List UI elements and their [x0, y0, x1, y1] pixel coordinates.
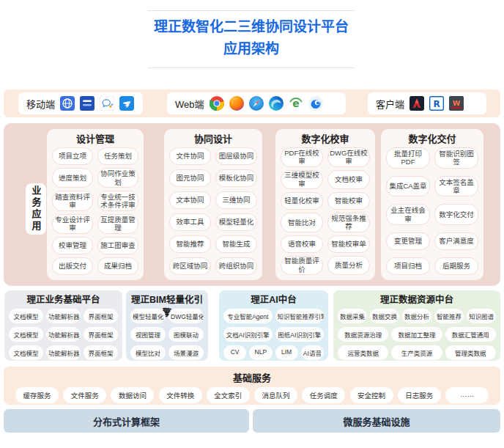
platform-pill: DWG轻量化 [168, 309, 204, 323]
business-item-pill: 跨组织协同 [215, 257, 257, 275]
platform-pill: NLP [249, 345, 272, 360]
column-title: 协同设计 [169, 133, 257, 146]
business-item-pill: 出版交付 [52, 257, 93, 275]
platform-row: 模型比对场景漫游 [130, 345, 204, 360]
ie-icon: e [289, 96, 303, 111]
platform-title: 理正业务基础平台 [9, 293, 118, 306]
platform-row: 文档AI识别引擎图纸AI识别引擎 [223, 327, 324, 342]
platform-pill: 模型比对 [130, 345, 166, 360]
chrome-icon [210, 96, 224, 111]
cad-client-icon [410, 96, 424, 111]
bim-lightweight-engine: 理正BIM轻量化引擎 模型轻量化DWG轻量化视图管理图模联动模型比对场景漫游 [126, 290, 208, 361]
page-title: 理正数智化二三维协同设计平台 应用架构 [148, 10, 355, 68]
distributed-computing-framework: 分布式计算框架 [4, 409, 249, 433]
basic-service-pill: 任务调度 [302, 387, 345, 403]
platform-pill: 数据分析 [402, 309, 431, 323]
platform-row: 视图管理图模联动 [130, 327, 204, 342]
terminal-box-mobile: 移动端 [18, 92, 143, 114]
business-item-pill: 轻量化校审 [281, 192, 323, 210]
business-item-pill: 智能推荐 [169, 235, 211, 253]
column-items: 项目立项任务策划进度策划协同作业策划踏查资料评审专业统一技术条件评审专业设计评审… [52, 147, 138, 275]
column-title: 数字化校审 [281, 133, 370, 146]
basic-service-pill: 安全控制 [350, 387, 393, 403]
business-item-pill: 智能质量评价 [281, 256, 323, 276]
business-item-pill: 批量打印PDF [386, 147, 430, 169]
basic-service-pill: 消息队列 [254, 387, 297, 403]
business-item-pill: 专业设计评审 [52, 214, 93, 234]
business-item-pill: 规范强条推荐 [327, 213, 370, 232]
platform-pill: 专业智能Agent [223, 309, 273, 323]
business-item-pill: 专业统一技术条件评审 [97, 191, 138, 210]
column-items: PDF在线校审DWG在线校审三维模型校审文档校审轻量化校审智能校审智能比对规范强… [281, 147, 370, 275]
platform-pill: 知识智能推荐引擎 [275, 309, 325, 323]
platform-row: 文档模型功能解析器界面框架 [9, 345, 118, 360]
column-title: 设计管理 [52, 133, 138, 146]
business-item-pill: 智能比对 [281, 213, 323, 232]
mobile-app-icon [80, 96, 94, 111]
svg-text:W: W [453, 99, 461, 107]
business-application-section: 业务应用 设计管理 项目立项任务策划进度策划协同作业策划踏查资料评审专业统一技术… [4, 123, 500, 286]
column-items: 批量打印PDF智能识别图签集成CA盖章文本签名盖章业主在线会审数字化交付变更管理… [386, 147, 478, 275]
business-item-pill: 文档校审 [327, 170, 370, 190]
business-item-pill: 语音校审 [281, 235, 323, 253]
business-item-pill: 智能生成 [215, 235, 257, 253]
w-client-icon: W [449, 96, 464, 111]
firefox-icon [229, 96, 244, 111]
platform-pill: 场景漫游 [168, 345, 204, 360]
business-item-pill: 任务策划 [97, 147, 138, 165]
basic-service-pill: 数据访问 [111, 387, 154, 403]
platform-pill: 视图管理 [130, 327, 166, 342]
ai-middle-platform: 理正AI中台 专业智能Agent知识智能推荐引擎文档AI识别引擎图纸AI识别引擎… [219, 290, 328, 361]
terminal-box-client: 客户端 RW [368, 92, 486, 114]
platform-row: 专业智能Agent知识智能推荐引擎 [223, 309, 324, 323]
basic-service-pill: 文件服务 [63, 387, 106, 403]
business-item-pill: 跨区域协同 [169, 257, 211, 275]
business-item-pill: 变更管理 [386, 232, 430, 250]
digital-delivery-column: 数字化交付 批量打印PDF智能识别图签集成CA盖章文本签名盖章业主在线会审数字化… [381, 129, 483, 280]
basic-services-items: 缓存服务文件服务数据访问文件转换全文索引消息队列任务调度安全控制日志服务…… [4, 384, 500, 403]
business-application-side-label: 业务应用 [26, 183, 46, 235]
business-item-pill: 三维模型校审 [281, 170, 323, 190]
basic-services-section: 基础服务 缓存服务文件服务数据访问文件转换全文索引消息队列任务调度安全控制日志服… [4, 367, 500, 405]
business-item-pill: PDF在线校审 [281, 147, 323, 167]
platform-row: 模型轻量化DWG轻量化 [130, 309, 204, 323]
platform-pill: 文档AI识别引擎 [223, 327, 273, 342]
business-item-pill: 文件协同 [169, 147, 211, 165]
revit-client-icon: R [429, 96, 444, 111]
wechat-icon [100, 96, 114, 111]
mobile-terminal-label: 移动端 [26, 97, 55, 111]
column-title: 数字化交付 [386, 133, 478, 146]
column-items: 文件协同图层级协同图元协同模板化协同文本协同三维协同效率工具模型轻量化智能推荐智… [169, 147, 257, 275]
platform-pill: 图纸AI识别引擎 [275, 327, 325, 342]
platform-title: 理正数据资源中台 [338, 293, 496, 306]
business-item-pill: 业主在线会审 [386, 204, 430, 225]
basic-service-pill: 缓存服务 [15, 387, 59, 403]
basic-service-pill: 全文索引 [207, 387, 250, 403]
edge-icon [269, 96, 284, 111]
platform-pill: 界面框架 [84, 309, 118, 323]
business-item-pill: 三维协同 [215, 191, 257, 209]
terminal-box-web: Web端 e [167, 92, 346, 114]
globe-app-icon [60, 96, 75, 111]
business-item-pill: 校审管理 [52, 237, 93, 254]
mobile-terminal-icons [60, 96, 134, 111]
basic-service-pill: 文件转换 [159, 387, 202, 403]
platform-row: CVNLPLIMAI语音 [223, 345, 324, 360]
platform-pill: 生产类资源 [391, 345, 442, 360]
platform-pill: 功能解析器 [46, 309, 81, 323]
platform-pill: LIM [275, 345, 298, 360]
platform-pill: 图模联动 [168, 327, 204, 342]
dingtalk-icon [119, 96, 134, 111]
client-terminal-label: 客户端 [376, 97, 404, 111]
business-item-pill: 模型轻量化 [215, 213, 257, 231]
platform-row: 运营类数据生产类资源管理类数据 [338, 345, 496, 360]
platform-row: 数据采集数据交换数据分析智能推荐知识图谱 [338, 309, 496, 323]
platform-pill: 数据采集 [338, 309, 367, 323]
platform-row: 文档模型功能解析器界面框架 [9, 309, 118, 323]
platform-rows: 专业智能Agent知识智能推荐引擎文档AI识别引擎图纸AI识别引擎CVNLPLI… [223, 309, 324, 360]
business-item-pill: 进度策划 [52, 168, 93, 188]
platform-title: 理正AI中台 [223, 293, 324, 306]
web-terminal-label: Web端 [175, 97, 204, 111]
platform-pill: 管理类数据 [445, 345, 496, 360]
business-item-pill: 图元协同 [169, 169, 211, 187]
